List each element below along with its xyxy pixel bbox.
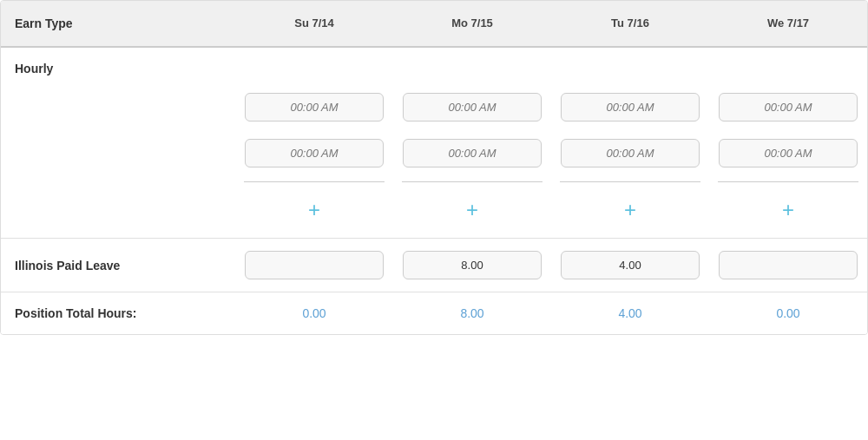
time-input-su-row2[interactable]: [245, 139, 384, 167]
total-su: 0.00: [235, 306, 393, 320]
divider-mo: [393, 178, 551, 186]
hourly-section: Hourly: [1, 48, 867, 239]
time-input-cell-tu-2: [551, 135, 709, 171]
col-header-we: We 7/17: [709, 1, 867, 46]
time-input-su-row1[interactable]: [245, 93, 384, 121]
time-inputs-row2: [1, 128, 867, 174]
time-input-tu-row2[interactable]: [561, 139, 700, 167]
divider-tu: [551, 178, 709, 186]
paid-leave-input-we[interactable]: [719, 251, 858, 279]
col-header-tu: Tu 7/16: [551, 1, 709, 46]
paid-leave-row: Illinois Paid Leave: [1, 239, 867, 292]
timesheet-table: Earn Type Su 7/14 Mo 7/15 Tu 7/16 We 7/1…: [0, 0, 868, 335]
add-button-we[interactable]: +: [772, 196, 805, 224]
add-cell-tu: +: [551, 196, 709, 224]
col-header-su: Su 7/14: [235, 1, 393, 46]
time-input-we-row2[interactable]: [719, 139, 858, 167]
paid-leave-input-tu[interactable]: [561, 251, 700, 279]
time-input-cell-mo-2: [393, 135, 551, 171]
time-input-cell-we-1: [709, 89, 867, 125]
paid-leave-section: Illinois Paid Leave: [1, 239, 867, 292]
add-row: + + + +: [1, 189, 867, 238]
hourly-label: Hourly: [1, 48, 235, 82]
add-button-su[interactable]: +: [298, 196, 331, 224]
time-input-cell-su-1: [235, 89, 393, 125]
add-cell-we: +: [709, 196, 867, 224]
paid-leave-input-cell-we: [709, 251, 867, 279]
divider-row: [1, 174, 867, 189]
hourly-label-row: Hourly: [1, 48, 867, 82]
paid-leave-input-mo[interactable]: [403, 251, 542, 279]
time-inputs-row1: [1, 82, 867, 128]
add-button-tu[interactable]: +: [614, 196, 647, 224]
divider-su: [235, 178, 393, 186]
header-row: Earn Type Su 7/14 Mo 7/15 Tu 7/16 We 7/1…: [1, 1, 867, 48]
time-input-we-row1[interactable]: [719, 93, 858, 121]
paid-leave-input-su[interactable]: [245, 251, 384, 279]
add-cell-mo: +: [393, 196, 551, 224]
time-input-cell-su-2: [235, 135, 393, 171]
paid-leave-label: Illinois Paid Leave: [1, 259, 235, 273]
time-input-tu-row1[interactable]: [561, 93, 700, 121]
add-button-mo[interactable]: +: [456, 196, 489, 224]
add-cell-su: +: [235, 196, 393, 224]
total-we: 0.00: [709, 306, 867, 320]
paid-leave-input-cell-su: [235, 251, 393, 279]
col-header-mo: Mo 7/15: [393, 1, 551, 46]
total-tu: 4.00: [551, 306, 709, 320]
total-mo: 8.00: [393, 306, 551, 320]
time-input-cell-we-2: [709, 135, 867, 171]
time-input-cell-mo-1: [393, 89, 551, 125]
divider-we: [709, 178, 867, 186]
paid-leave-input-cell-mo: [393, 251, 551, 279]
paid-leave-input-cell-tu: [551, 251, 709, 279]
time-input-cell-tu-1: [551, 89, 709, 125]
time-input-mo-row2[interactable]: [403, 139, 542, 167]
totals-row: Position Total Hours: 0.00 8.00 4.00 0.0…: [1, 292, 867, 334]
totals-label: Position Total Hours:: [1, 306, 235, 320]
time-input-mo-row1[interactable]: [403, 93, 542, 121]
earn-type-header: Earn Type: [1, 1, 235, 46]
